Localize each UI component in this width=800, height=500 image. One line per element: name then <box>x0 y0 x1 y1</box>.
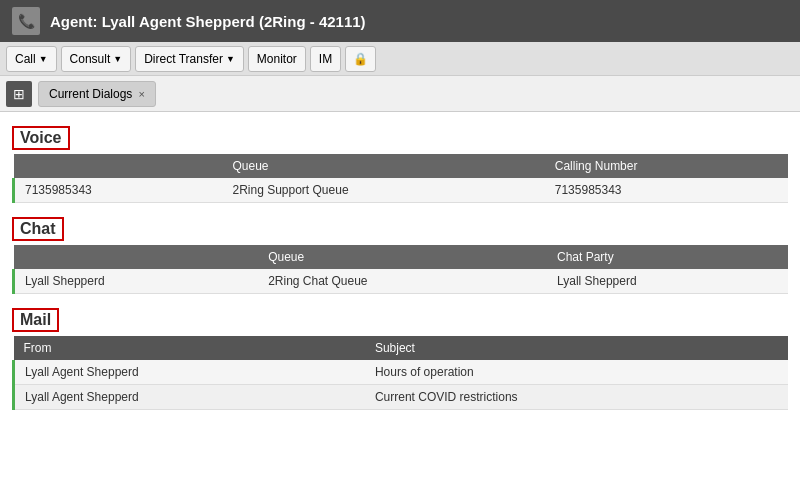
consult-arrow-icon: ▼ <box>113 54 122 64</box>
chat-table-header: Queue Chat Party <box>14 245 789 269</box>
call-arrow-icon: ▼ <box>39 54 48 64</box>
monitor-button[interactable]: Monitor <box>248 46 306 72</box>
lock-icon: 🔒 <box>353 52 368 66</box>
direct-transfer-label: Direct Transfer <box>144 52 223 66</box>
grid-view-button[interactable]: ⊞ <box>6 81 32 107</box>
voice-col-calling: Calling Number <box>545 154 788 178</box>
tab-close-icon[interactable]: × <box>138 88 144 100</box>
voice-section: Voice Queue Calling Number 7135985343 2R… <box>12 120 788 203</box>
consult-button[interactable]: Consult ▼ <box>61 46 132 72</box>
chat-section: Chat Queue Chat Party Lyall Shepperd 2Ri… <box>12 211 788 294</box>
mail-row-from: Lyall Agent Shepperd <box>14 385 365 410</box>
main-content: Voice Queue Calling Number 7135985343 2R… <box>0 112 800 500</box>
table-row[interactable]: Lyall Agent Shepperd Current COVID restr… <box>14 385 789 410</box>
tabs-bar: ⊞ Current Dialogs × <box>0 76 800 112</box>
toolbar: Call ▼ Consult ▼ Direct Transfer ▼ Monit… <box>0 42 800 76</box>
mail-row-subject: Current COVID restrictions <box>365 385 788 410</box>
consult-label: Consult <box>70 52 111 66</box>
direct-transfer-arrow-icon: ▼ <box>226 54 235 64</box>
voice-section-label: Voice <box>12 126 70 150</box>
current-dialogs-tab[interactable]: Current Dialogs × <box>38 81 156 107</box>
mail-row-subject: Hours of operation <box>365 360 788 385</box>
voice-table-header: Queue Calling Number <box>14 154 789 178</box>
voice-row-calling: 7135985343 <box>545 178 788 203</box>
header: 📞 Agent: Lyall Agent Shepperd (2Ring - 4… <box>0 0 800 42</box>
chat-col-party: Chat Party <box>547 245 788 269</box>
chat-row-name: Lyall Shepperd <box>14 269 259 294</box>
voice-table: Queue Calling Number 7135985343 2Ring Su… <box>12 154 788 203</box>
im-label: IM <box>319 52 332 66</box>
tab-label: Current Dialogs <box>49 87 132 101</box>
table-row[interactable]: Lyall Agent Shepperd Hours of operation <box>14 360 789 385</box>
mail-table: From Subject Lyall Agent Shepperd Hours … <box>12 336 788 410</box>
chat-section-label: Chat <box>12 217 64 241</box>
mail-row-from: Lyall Agent Shepperd <box>14 360 365 385</box>
agent-icon: 📞 <box>12 7 40 35</box>
monitor-label: Monitor <box>257 52 297 66</box>
call-button[interactable]: Call ▼ <box>6 46 57 72</box>
chat-row-queue: 2Ring Chat Queue <box>258 269 547 294</box>
table-row[interactable]: 7135985343 2Ring Support Queue 713598534… <box>14 178 789 203</box>
mail-table-header: From Subject <box>14 336 789 360</box>
lock-button[interactable]: 🔒 <box>345 46 376 72</box>
header-title: Agent: Lyall Agent Shepperd (2Ring - 421… <box>50 13 366 30</box>
chat-col-queue: Queue <box>258 245 547 269</box>
im-button[interactable]: IM <box>310 46 341 72</box>
grid-icon: ⊞ <box>13 86 25 102</box>
voice-row-queue: 2Ring Support Queue <box>222 178 544 203</box>
mail-section-label: Mail <box>12 308 59 332</box>
table-row[interactable]: Lyall Shepperd 2Ring Chat Queue Lyall Sh… <box>14 269 789 294</box>
voice-row-name: 7135985343 <box>14 178 223 203</box>
mail-col-from: From <box>14 336 365 360</box>
chat-col-name <box>14 245 259 269</box>
voice-col-queue: Queue <box>222 154 544 178</box>
chat-row-party: Lyall Shepperd <box>547 269 788 294</box>
direct-transfer-button[interactable]: Direct Transfer ▼ <box>135 46 244 72</box>
voice-col-name <box>14 154 223 178</box>
mail-col-subject: Subject <box>365 336 788 360</box>
call-label: Call <box>15 52 36 66</box>
chat-table: Queue Chat Party Lyall Shepperd 2Ring Ch… <box>12 245 788 294</box>
mail-section: Mail From Subject Lyall Agent Shepperd H… <box>12 302 788 410</box>
